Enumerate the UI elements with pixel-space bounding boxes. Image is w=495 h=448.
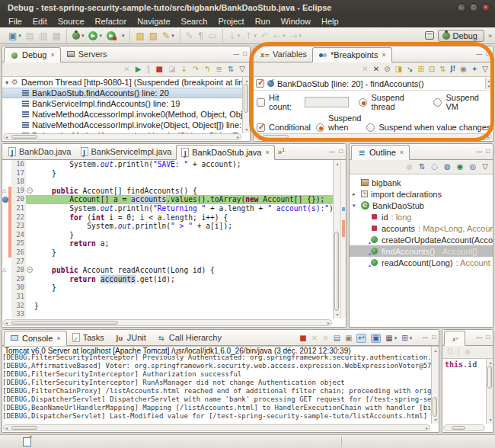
- console-log[interactable]: [DEBUG,FilterSecurityInterceptor] Previo…: [2, 354, 431, 424]
- suspend-thread-radio[interactable]: [359, 98, 367, 107]
- console-vscrollbar[interactable]: ▴ ▾: [431, 347, 439, 424]
- scrollbar-thumb[interactable]: [244, 84, 248, 113]
- hit-count-checkbox[interactable]: [257, 98, 265, 107]
- stack-frame[interactable]: NativeMethodAccessorImpl.invoke(Object, …: [2, 120, 242, 130]
- step-return-icon[interactable]: ↰: [204, 64, 210, 75]
- suspend-on-uncaught-exceptions-icon[interactable]: J!: [451, 64, 456, 75]
- link-with-debug-view-icon[interactable]: ↘: [407, 64, 413, 75]
- suspend-value-change-radio[interactable]: [366, 123, 375, 132]
- scroll-up-icon[interactable]: ▴: [487, 360, 493, 366]
- override-marker[interactable]: △: [2, 266, 8, 275]
- overview-ruler[interactable]: [340, 160, 346, 318]
- scroll-left-icon[interactable]: ◂: [5, 320, 8, 326]
- display-vscrollbar[interactable]: ▴ ▾: [486, 359, 493, 424]
- terminate-icon[interactable]: ■: [299, 334, 306, 343]
- close-icon[interactable]: ×: [50, 51, 54, 59]
- minimize-button[interactable]: —: [457, 3, 466, 12]
- scrollbar-thumb[interactable]: [487, 366, 492, 389]
- code-line[interactable]: 18: [2, 178, 333, 187]
- editor-hscrollbar[interactable]: ◂ ▸: [3, 319, 332, 326]
- scroll-down-icon[interactable]: ▾: [433, 417, 439, 423]
- resume-icon[interactable]: ▶: [136, 64, 142, 75]
- maximize-icon[interactable]: □: [339, 148, 343, 155]
- new-wizard-icon[interactable]: ▣▾: [8, 30, 21, 41]
- breakpoints-hscrollbar[interactable]: ◂ ▸: [254, 133, 492, 140]
- scroll-up-icon[interactable]: ▴: [433, 347, 439, 354]
- scrollbar-thumb[interactable]: [452, 426, 465, 430]
- step-into-icon[interactable]: ↓: [180, 64, 187, 75]
- hide-non-public-icon[interactable]: ◉: [457, 162, 464, 172]
- menu-search[interactable]: Search: [176, 15, 213, 27]
- code-line[interactable]: 32}: [2, 302, 333, 311]
- menu-file[interactable]: File: [3, 15, 27, 27]
- clear-console-icon[interactable]: ▤: [334, 334, 340, 343]
- menu-project[interactable]: Project: [212, 15, 249, 27]
- code-line[interactable]: △28− public Account readAccount(Long id)…: [2, 266, 333, 275]
- outline-item-readaccount-long[interactable]: readAccount(Long) : Account: [350, 257, 493, 268]
- breakpoint-list-spinner[interactable]: ▴▾: [485, 78, 492, 89]
- skip-all-breakpoints-icon[interactable]: ⊘: [384, 64, 390, 75]
- maximize-icon[interactable]: □: [486, 148, 490, 155]
- tab-outline[interactable]: Outline×: [351, 145, 410, 160]
- tab-bankserviceimpl-java[interactable]: BankServiceImpl.java: [76, 144, 177, 159]
- scroll-up-icon[interactable]: ▴: [244, 78, 250, 84]
- menu-edit[interactable]: Edit: [27, 15, 53, 27]
- maximize-icon[interactable]: □: [486, 334, 490, 341]
- outline-item-id[interactable]: id : long: [350, 211, 493, 222]
- minimize-icon[interactable]: —: [233, 50, 239, 58]
- stack-frame[interactable]: NativeMethodAccessorImpl.invoke0(Method,…: [2, 109, 242, 120]
- sort-icon[interactable]: ⇅: [419, 162, 425, 172]
- close-icon[interactable]: ×: [56, 334, 60, 342]
- scroll-down-icon[interactable]: ▾: [487, 417, 493, 423]
- tab-overflow-indicator[interactable]: »1: [278, 147, 285, 156]
- code-line[interactable]: 30 }: [2, 283, 333, 293]
- scrollbar-thumb[interactable]: [11, 321, 118, 325]
- scroll-right-icon[interactable]: ▸: [327, 320, 330, 326]
- override-marker[interactable]: △: [2, 187, 8, 196]
- breakpoint-entry-row[interactable]: BankDaoStub [line: 20] - findAccounts() …: [254, 77, 493, 91]
- view-menu-icon[interactable]: ▽: [482, 64, 488, 75]
- code-line[interactable]: 24 }: [2, 231, 333, 240]
- tab-breakpoints[interactable]: *Breakpoints×: [312, 47, 392, 62]
- conditional-checkbox[interactable]: [257, 123, 265, 132]
- stack-frame[interactable]: BankDaoStub.findAccounts() line: 20: [2, 88, 242, 98]
- hit-count-input[interactable]: [305, 97, 349, 107]
- show-breakpoints-supported-icon[interactable]: ◨: [395, 64, 402, 75]
- maximize-button[interactable]: □: [469, 3, 478, 12]
- use-step-filters-icon[interactable]: ⇅: [228, 64, 234, 75]
- minimize-icon[interactable]: —: [329, 148, 335, 155]
- suspend-when-true-radio[interactable]: [316, 123, 324, 132]
- open-console-icon[interactable]: ⊞▾: [401, 334, 412, 343]
- code-line[interactable]: 26 }: [2, 248, 333, 258]
- outline-item-bankdaostub[interactable]: ▾CBankDaoStub: [350, 200, 493, 211]
- terminate-icon[interactable]: ■: [155, 64, 162, 75]
- debug-launch-icon[interactable]: ▾: [72, 30, 85, 41]
- outline-item-accounts[interactable]: accounts : Map<Long, Account>: [350, 222, 493, 234]
- code-line[interactable]: △19− public Account[] findAccounts() {: [2, 187, 333, 196]
- debug-tree-vscrollbar[interactable]: ▴ ▾: [242, 77, 250, 133]
- expand-all-icon[interactable]: ⊞: [417, 64, 423, 75]
- code-line[interactable]: 23 System.out.println(" > " + a[i]);: [2, 222, 333, 231]
- scroll-right-icon[interactable]: ▸: [237, 134, 239, 140]
- mark-occurrences-icon[interactable]: ✎▾: [162, 30, 174, 41]
- debug-perspective-button[interactable]: Debug: [438, 30, 484, 42]
- close-icon[interactable]: ×: [265, 149, 269, 156]
- word-wrap-icon[interactable]: ↩: [356, 334, 366, 343]
- fold-toggle[interactable]: −: [26, 266, 34, 275]
- maximize-icon[interactable]: □: [243, 50, 247, 58]
- code-line[interactable]: 22 for (int i = 0; i < a.length; i++) {: [2, 213, 333, 222]
- tab-servers[interactable]: Servers: [61, 46, 113, 62]
- code-line[interactable]: 31: [2, 293, 333, 302]
- debug-tree-hscrollbar[interactable]: ◂ ▸: [3, 133, 241, 140]
- open-resource-icon[interactable]: ▨: [136, 30, 144, 41]
- code-line[interactable]: 33: [2, 310, 333, 318]
- code-line[interactable]: 29 return accounts.get(id);: [2, 275, 333, 284]
- code-line[interactable]: 25 return a;: [2, 239, 333, 248]
- tab-call-hierarchy[interactable]: Call Hierarchy: [152, 330, 227, 345]
- hide-static-members-icon[interactable]: ◍: [444, 162, 451, 172]
- code-line[interactable]: 21 System.out.println("Returning " + a.l…: [2, 204, 333, 213]
- code-line[interactable]: 27: [2, 258, 333, 267]
- menu-window[interactable]: Window: [276, 15, 316, 27]
- expander-icon[interactable]: ▾: [353, 203, 358, 209]
- tab-bankdao-java[interactable]: BankDao.java: [4, 144, 76, 159]
